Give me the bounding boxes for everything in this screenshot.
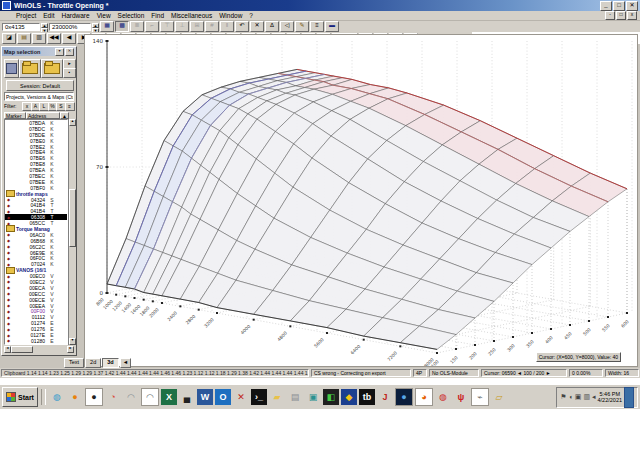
- mdi-close-button[interactable]: x: [627, 11, 637, 20]
- tb-circle-icon[interactable]: tb: [359, 389, 375, 405]
- view-2d-button[interactable]: ▦: [100, 21, 114, 32]
- list-view-button[interactable]: ≡: [310, 21, 324, 32]
- frame-top-button[interactable]: ⊤: [160, 21, 174, 32]
- tree-mode-combo[interactable]: Projects, Versions & Maps (Ctr ▼: [4, 92, 74, 101]
- tab-text[interactable]: Text: [64, 358, 84, 368]
- column-marker[interactable]: Marker: [4, 112, 26, 119]
- orange-app-icon[interactable]: ●: [67, 389, 83, 405]
- mdi-minimize-button[interactable]: -: [605, 11, 615, 20]
- column-address[interactable]: Address: [26, 112, 60, 119]
- monitor-app-icon[interactable]: ▣: [305, 389, 321, 405]
- close-button[interactable]: ✕: [626, 1, 638, 11]
- browser-icon[interactable]: ◕: [415, 388, 433, 406]
- outlook-icon[interactable]: O: [215, 389, 231, 405]
- maximize-button[interactable]: □: [613, 1, 625, 11]
- undo-button[interactable]: ↶: [235, 21, 249, 32]
- documents-icon[interactable]: ▱: [491, 389, 507, 405]
- j-app-icon[interactable]: J: [377, 389, 393, 405]
- panda-antivirus-icon[interactable]: ●: [85, 388, 103, 406]
- chrome-icon[interactable]: ◔: [105, 389, 121, 405]
- excel-icon[interactable]: X: [161, 389, 177, 405]
- filter-button-6[interactable]: ≡: [65, 102, 75, 111]
- open-folder-button[interactable]: [19, 59, 41, 78]
- text-view-button[interactable]: ≣: [130, 21, 144, 32]
- ebook-icon[interactable]: ▄: [179, 389, 195, 405]
- map-3d-view[interactable]: 0701408001000120014001600180020002400280…: [84, 34, 638, 367]
- diff-button[interactable]: Δ: [265, 21, 279, 32]
- notepad-icon[interactable]: ▤: [287, 389, 303, 405]
- tray-volume-icon[interactable]: ◖: [569, 393, 573, 401]
- capture-one-alt-icon[interactable]: ◠: [141, 388, 159, 406]
- map-list[interactable]: 07BDAK07BDCK07BDEK07BE0K07BE2K07BE4K07BE…: [4, 119, 68, 345]
- scroll-up-icon[interactable]: ▲: [69, 119, 76, 126]
- map-list-scrollbar[interactable]: ▲ ▼: [68, 119, 75, 345]
- menu-miscellaneous[interactable]: Miscellaneous: [171, 12, 212, 19]
- frame-full-button[interactable]: ⊞: [190, 21, 204, 32]
- shield-icon[interactable]: ◆: [341, 389, 357, 405]
- antenna-icon[interactable]: ψ: [453, 389, 469, 405]
- code-tool-icon[interactable]: ◧: [323, 389, 339, 405]
- map-pane-button[interactable]: ▬: [325, 21, 339, 32]
- folder-icon[interactable]: ▰: [269, 389, 285, 405]
- globe-icon[interactable]: ◍: [435, 389, 451, 405]
- menu-hardware[interactable]: Hardware: [61, 12, 89, 19]
- capture-one-icon[interactable]: ◠: [123, 389, 139, 405]
- sort-icon[interactable]: ▲: [60, 112, 69, 119]
- tray-lock-icon[interactable]: ▣: [575, 393, 582, 401]
- project-props-button[interactable]: ▥: [32, 33, 46, 44]
- zoom-combo[interactable]: 230000%: [49, 23, 91, 31]
- tray-eject-icon[interactable]: ◂: [592, 393, 596, 401]
- zoom-spinner[interactable]: ▲▼: [92, 23, 99, 31]
- scroll-right-icon[interactable]: ►: [67, 346, 74, 353]
- delete-map-button[interactable]: ▪: [63, 68, 76, 78]
- columns-button[interactable]: ‖: [220, 21, 234, 32]
- grid-button[interactable]: #: [205, 21, 219, 32]
- show-desktop-button[interactable]: [624, 387, 634, 408]
- menu-selection[interactable]: Selection: [118, 12, 145, 19]
- mdi-restore-button[interactable]: □: [616, 11, 626, 20]
- panel-close-button[interactable]: ✕: [65, 48, 74, 56]
- hscroll-thumb[interactable]: [11, 346, 33, 353]
- menu-view[interactable]: View: [97, 12, 111, 19]
- bird-app-icon[interactable]: ●: [395, 388, 413, 406]
- nav-first-button[interactable]: ◀◀: [47, 33, 61, 44]
- media-player-icon[interactable]: ◍: [49, 389, 65, 405]
- panel-caption[interactable]: Map selection ▾ ✕: [2, 47, 76, 56]
- tray-network-icon[interactable]: ▥: [583, 393, 590, 401]
- menu-project[interactable]: Project: [16, 12, 36, 19]
- tab-2d[interactable]: 2d: [85, 358, 101, 368]
- table-row[interactable]: ◆01280E: [5, 338, 67, 344]
- project-button[interactable]: ◪: [2, 33, 16, 44]
- map-list-hscrollbar[interactable]: ◄ ►: [4, 346, 74, 353]
- start-button[interactable]: Start: [2, 387, 38, 407]
- frame-left-button[interactable]: ⌐: [145, 21, 159, 32]
- signature-button[interactable]: ✎: [295, 21, 309, 32]
- scroll-thumb[interactable]: [69, 189, 76, 247]
- panel-pin-button[interactable]: ▾: [55, 48, 64, 56]
- save-map-button[interactable]: [4, 59, 19, 78]
- session-button[interactable]: Session: Default: [6, 80, 74, 91]
- menu-edit[interactable]: Edit: [43, 12, 54, 19]
- red-x-app-icon[interactable]: ✕: [233, 389, 249, 405]
- menu-window[interactable]: Window: [219, 12, 242, 19]
- view-3d-button[interactable]: ▩: [115, 21, 129, 32]
- frame-bottom-button[interactable]: ⊥: [175, 21, 189, 32]
- tab-scroll-icon[interactable]: ◄: [120, 358, 131, 368]
- list-header[interactable]: Marker Address ▲: [4, 112, 69, 119]
- menu-[interactable]: ?: [249, 12, 253, 19]
- tray-flag-icon[interactable]: ⚑: [560, 393, 566, 401]
- scroll-down-icon[interactable]: ▼: [69, 338, 76, 345]
- address-combo[interactable]: 0x4135: [2, 23, 40, 31]
- delete-button[interactable]: ✕: [250, 21, 264, 32]
- terminal-icon[interactable]: ›_: [251, 389, 267, 405]
- word-icon[interactable]: W: [197, 389, 213, 405]
- nav-prev-button[interactable]: ◀: [62, 33, 76, 44]
- wrench-icon[interactable]: ⌁: [471, 388, 489, 406]
- scroll-left-icon[interactable]: ◄: [4, 346, 11, 353]
- open-project-button[interactable]: ▤: [17, 33, 31, 44]
- address-spinner[interactable]: ▲▼: [41, 23, 48, 31]
- play-back-button[interactable]: ◁: [280, 21, 294, 32]
- menu-find[interactable]: Find: [151, 12, 164, 19]
- import-folder-button[interactable]: [41, 59, 63, 78]
- minimize-button[interactable]: _: [600, 1, 612, 11]
